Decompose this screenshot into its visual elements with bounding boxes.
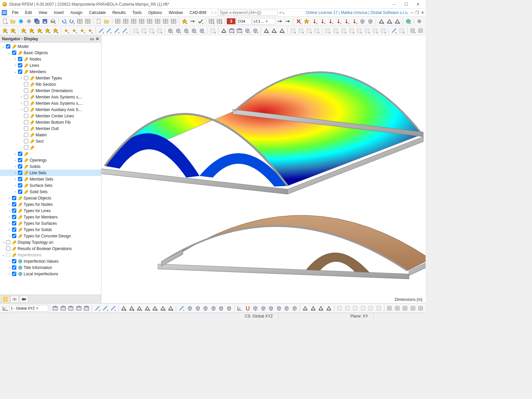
snap-opt-0[interactable] — [386, 305, 393, 312]
menu-options[interactable]: Options — [145, 10, 165, 16]
save-all-button[interactable] — [33, 18, 41, 25]
clip-3[interactable] — [144, 305, 151, 312]
measure-button[interactable] — [178, 305, 185, 312]
calc-all-button[interactable] — [181, 18, 188, 25]
edit-node-1[interactable] — [70, 27, 78, 34]
view-iso[interactable] — [228, 27, 235, 34]
draw-2[interactable] — [36, 27, 43, 34]
cloud-button[interactable] — [17, 18, 25, 25]
solid-op-2[interactable] — [305, 27, 313, 34]
misc-7[interactable] — [379, 27, 387, 34]
tree-checkbox[interactable] — [18, 158, 22, 162]
doc1-button[interactable] — [76, 18, 83, 25]
misc-0[interactable] — [324, 27, 331, 34]
minimize-button[interactable]: ─ — [388, 1, 400, 8]
tree-checkbox[interactable] — [24, 114, 28, 118]
tree-toggle-icon[interactable]: › — [7, 221, 11, 225]
tree-checkbox[interactable] — [12, 51, 16, 55]
edit-member-2[interactable] — [148, 27, 155, 34]
clip-6[interactable] — [167, 305, 175, 312]
tree-checkbox[interactable] — [24, 133, 28, 137]
tree-item[interactable]: ⌄Imperfections — [0, 252, 101, 258]
tree-item[interactable]: Materi — [0, 132, 101, 138]
menu-file[interactable]: File — [9, 10, 22, 16]
render-mode-2[interactable] — [202, 305, 209, 312]
display-opt-2[interactable] — [268, 305, 275, 312]
edit-node-3[interactable] — [86, 27, 94, 34]
tree-checkbox[interactable] — [12, 202, 16, 206]
support-0[interactable] — [378, 18, 385, 25]
render-mode-0[interactable] — [187, 305, 194, 312]
edit-line-3[interactable] — [121, 27, 128, 34]
menu-assign[interactable]: Assign — [67, 10, 86, 16]
tree-toggle-icon[interactable]: › — [13, 177, 17, 181]
tree-checkbox[interactable] — [12, 272, 16, 276]
dim2-button[interactable] — [398, 27, 405, 34]
view-dir-2[interactable] — [67, 305, 75, 312]
tree-checkbox[interactable] — [24, 76, 28, 80]
tree-checkbox[interactable] — [18, 183, 22, 188]
menu-insert[interactable]: Insert — [51, 10, 67, 16]
calc-current-button[interactable] — [189, 18, 196, 25]
navigator-pin-icon[interactable]: ▭ — [90, 37, 94, 41]
tree-item[interactable]: ›Member Axis Systems x,... — [0, 100, 101, 106]
hinge-2[interactable] — [278, 27, 286, 34]
table-btn8[interactable] — [170, 18, 177, 25]
tree-checkbox[interactable] — [24, 120, 28, 124]
block-manager-button[interactable] — [25, 18, 33, 25]
tree-checkbox[interactable] — [12, 196, 16, 200]
snap-opt-1[interactable] — [394, 305, 401, 312]
show-support-0[interactable] — [302, 305, 309, 312]
draw-1[interactable] — [28, 27, 35, 34]
tree-item[interactable]: ›Types for Members — [0, 214, 101, 220]
tree-item[interactable]: ⌄Members — [0, 68, 101, 75]
tree-toggle-icon[interactable]: › — [7, 259, 11, 263]
results-toggle[interactable] — [197, 18, 204, 25]
tree-item[interactable]: ›Title Information — [0, 264, 101, 271]
menu-edit[interactable]: Edit — [22, 10, 35, 16]
plugin-button[interactable] — [103, 18, 110, 25]
keyword-search[interactable] — [218, 10, 278, 16]
tree-toggle-icon[interactable]: › — [7, 202, 11, 206]
tree-checkbox[interactable] — [12, 259, 16, 263]
snap-opt-2[interactable] — [402, 305, 409, 312]
tree-item[interactable]: ›Solid Sets — [0, 189, 101, 195]
tree-toggle-icon[interactable]: › — [19, 95, 23, 99]
solid-op-1[interactable] — [297, 27, 305, 34]
snap-toggle[interactable] — [244, 305, 251, 312]
load-solid2-button[interactable] — [367, 18, 374, 25]
tree-item[interactable]: Member Center Lines — [0, 113, 101, 119]
tree-checkbox[interactable] — [24, 88, 28, 93]
show-support-2[interactable] — [318, 305, 325, 312]
solid-op-3[interactable] — [313, 27, 321, 34]
view-dir-1[interactable] — [60, 305, 67, 312]
tree-checkbox[interactable] — [24, 95, 28, 99]
redo-button[interactable] — [68, 18, 75, 25]
grid-toggle[interactable] — [409, 27, 416, 34]
menu-calculate[interactable]: Calculate — [86, 10, 109, 16]
tree-item[interactable]: Rib Section — [0, 81, 101, 87]
display-opt-1[interactable] — [260, 305, 267, 312]
edit-surface-1[interactable] — [175, 27, 182, 34]
table-btn7[interactable] — [162, 18, 169, 25]
tree-toggle-icon[interactable]: › — [13, 165, 17, 168]
filter-1[interactable] — [344, 305, 351, 312]
tree-item[interactable]: ›Member Sets — [0, 176, 101, 182]
filter-5[interactable] — [375, 305, 382, 312]
tree-toggle-icon[interactable]: › — [13, 158, 17, 162]
tree-toggle-icon[interactable]: › — [1, 240, 5, 244]
tree-checkbox[interactable] — [12, 265, 16, 270]
delete-load-button[interactable] — [295, 18, 302, 25]
tree-item[interactable]: ›Openings — [0, 157, 101, 163]
display-opt-5[interactable] — [291, 305, 298, 312]
tree-item[interactable]: ›Solids — [0, 163, 101, 170]
tree-checkbox[interactable] — [24, 145, 28, 150]
tree-toggle-icon[interactable]: › — [7, 266, 11, 269]
tree-toggle-icon[interactable]: ⌄ — [7, 51, 11, 55]
misc-5[interactable] — [363, 27, 371, 34]
misc-3[interactable] — [348, 27, 355, 34]
spacer[interactable] — [209, 27, 216, 34]
render-mode-5[interactable] — [225, 305, 233, 312]
tree-toggle-icon[interactable]: › — [7, 228, 11, 231]
tree-toggle-icon[interactable]: › — [7, 234, 11, 238]
